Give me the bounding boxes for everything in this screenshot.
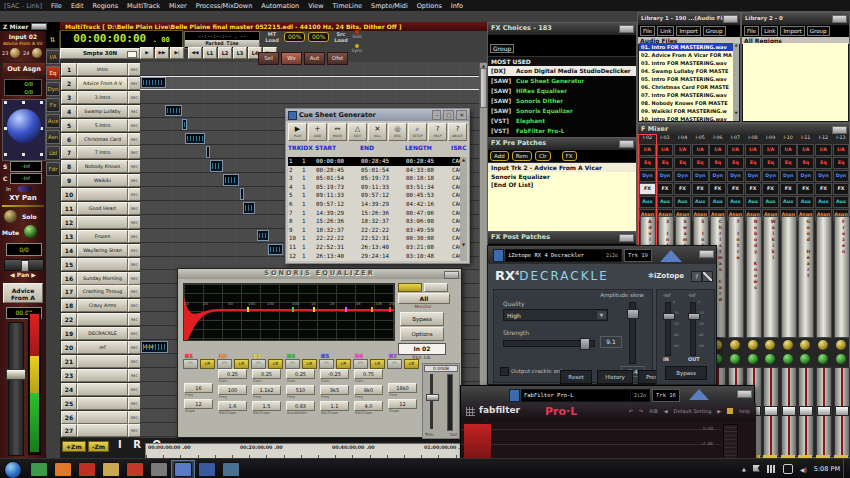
track-number[interactable]: 14 bbox=[61, 244, 77, 257]
rx-button-history[interactable]: History bbox=[597, 370, 633, 384]
audio-clip[interactable] bbox=[257, 230, 269, 242]
rail-button-fdr[interactable]: Fdr bbox=[46, 162, 60, 176]
menu-item-timeline[interactable]: TimeLine bbox=[333, 2, 362, 10]
audio-clip[interactable]: Vicar bbox=[141, 341, 168, 353]
eq-third-field[interactable]: 1.6 bbox=[218, 401, 247, 411]
cue-tool-play[interactable]: ▶PLAY bbox=[288, 123, 307, 141]
channel-button-i/a[interactable]: I/A bbox=[797, 144, 814, 156]
tray-expand-icon[interactable]: ▲ bbox=[742, 466, 746, 472]
track-number[interactable]: 17 bbox=[61, 285, 77, 298]
show-desktop-button[interactable] bbox=[843, 459, 850, 478]
menu-item--sac-link-[interactable]: [SAC - Link] bbox=[4, 2, 42, 10]
c-value-field[interactable]: -Inf bbox=[10, 173, 42, 184]
track-number[interactable]: 25 bbox=[61, 397, 77, 410]
eq-alt-button[interactable] bbox=[424, 283, 448, 292]
out-asgn-button[interactable]: Out Asgn bbox=[2, 62, 46, 76]
track-name-button[interactable] bbox=[77, 397, 128, 410]
library2-minimize[interactable] bbox=[832, 15, 847, 23]
channel-button-fx[interactable]: FX bbox=[833, 183, 850, 195]
equalizer-minimize[interactable] bbox=[444, 271, 459, 279]
channel-button-i/a[interactable]: I/A bbox=[762, 144, 779, 156]
track-number[interactable]: 7 bbox=[61, 146, 77, 159]
track-number[interactable]: 18 bbox=[61, 299, 77, 312]
fx-pre-button-rem[interactable]: Rem bbox=[512, 151, 532, 161]
cue-tool-kill[interactable]: ✕KILL bbox=[368, 123, 387, 141]
taskbar-icon-firefox[interactable] bbox=[54, 462, 72, 477]
track-number[interactable]: 2 bbox=[61, 77, 77, 90]
taskbar-icon-viewer[interactable] bbox=[222, 462, 240, 477]
eq-trim-handle[interactable] bbox=[426, 394, 439, 401]
track-name-button[interactable]: Swamp Lullaby bbox=[77, 105, 128, 118]
taskbar-icon-active-app[interactable] bbox=[174, 462, 192, 477]
menu-item-options[interactable]: Options bbox=[417, 2, 442, 10]
channel-button-eq[interactable]: Eq bbox=[727, 157, 744, 169]
start-button[interactable] bbox=[4, 461, 22, 478]
channel-button-fx[interactable]: FX bbox=[745, 183, 762, 195]
fx-choice-item[interactable]: [VST]FabFilter Pro-L bbox=[488, 126, 636, 136]
undo-icon[interactable]: ↶ bbox=[629, 408, 633, 414]
channel-knob-green[interactable] bbox=[836, 354, 846, 364]
track-number[interactable]: 5 bbox=[61, 119, 77, 132]
library-item[interactable]: 08. Nobody Knows FOR MASTE bbox=[639, 99, 733, 107]
channel-button-eq[interactable]: Eq bbox=[692, 157, 709, 169]
audio-clip[interactable] bbox=[210, 160, 223, 172]
track-name-button[interactable]: Crazy Arms bbox=[77, 299, 128, 312]
audio-clip[interactable] bbox=[182, 119, 187, 131]
library-item[interactable]: 06. Christmas Card FOR MASTE bbox=[639, 83, 733, 91]
channel-button-i/a[interactable]: I/A bbox=[709, 144, 726, 156]
eq-lr-button[interactable]: L⁄R bbox=[336, 359, 351, 369]
channel-fader[interactable] bbox=[763, 367, 779, 457]
channel-knob-green[interactable] bbox=[818, 354, 828, 364]
rx-plugin-name-field[interactable]: iZotope RX 4 Decrackler bbox=[505, 249, 603, 262]
eq-freq-field[interactable]: 18k0 bbox=[388, 383, 417, 393]
ab-button[interactable]: A/B bbox=[649, 408, 658, 414]
channel-fader-handle[interactable] bbox=[799, 406, 813, 416]
channel-button-aux[interactable]: Aux bbox=[780, 196, 797, 208]
transport-button-3[interactable]: ◀◀ bbox=[188, 47, 202, 59]
track-name-button[interactable]: DECRACKLE bbox=[77, 327, 128, 340]
library2-button-link[interactable]: Link bbox=[761, 26, 778, 36]
library2-button-import[interactable]: Import bbox=[780, 26, 804, 36]
cue-row[interactable]: 3105:01:5405:19:7300:18:18CA6EV15002 bbox=[288, 174, 460, 183]
eq-gain-field[interactable]: -0.25 bbox=[320, 369, 349, 379]
equalizer-titlebar[interactable]: SONORIS EQUALIZER bbox=[178, 269, 461, 279]
tray-network-icon[interactable] bbox=[767, 465, 776, 473]
channel-button-aux[interactable]: Aux bbox=[815, 196, 832, 208]
eq-curve-icon[interactable]: ◠ bbox=[353, 359, 368, 369]
channel-knob-yellow[interactable] bbox=[836, 340, 846, 350]
channel-button-i/a[interactable]: I/A bbox=[692, 144, 709, 156]
track-name-button[interactable] bbox=[77, 383, 128, 396]
tray-volume-icon[interactable]: ◀) bbox=[800, 466, 807, 473]
channel-button-aux[interactable]: Aux bbox=[762, 196, 779, 208]
fx-pre-button-fx[interactable]: FX bbox=[562, 151, 577, 161]
eq-third-field[interactable]: 12 bbox=[184, 399, 213, 409]
taskbar-icon-blue-app[interactable] bbox=[198, 462, 216, 477]
ff-display[interactable]: 0 dB -2 dB bbox=[461, 421, 756, 459]
channel-button-dyn[interactable]: Dyn bbox=[745, 170, 762, 182]
track-number[interactable]: 10 bbox=[61, 188, 77, 201]
track-number[interactable]: 24 bbox=[61, 383, 77, 396]
preset-prev-icon[interactable]: ◀ bbox=[664, 408, 668, 414]
track-number[interactable]: 13 bbox=[61, 230, 77, 243]
library-item[interactable]: 02. Advice From A Vicar FOR MA bbox=[639, 51, 733, 59]
xy-ball[interactable] bbox=[7, 109, 41, 143]
channel-button-fx[interactable]: FX bbox=[727, 183, 744, 195]
audio-clip[interactable] bbox=[223, 174, 239, 186]
rx-minimize[interactable] bbox=[699, 250, 714, 258]
library1-button-import[interactable]: Import bbox=[676, 26, 700, 36]
channel-button-aux[interactable]: Aux bbox=[797, 196, 814, 208]
track-number[interactable]: 22 bbox=[61, 313, 77, 326]
channel-button-i/a[interactable]: I/A bbox=[639, 144, 656, 156]
eq-gain-field[interactable]: 0.25 bbox=[286, 369, 315, 379]
library-item[interactable]: 07. Intro FOR MASTERING.wav bbox=[639, 91, 733, 99]
volume-fader[interactable] bbox=[8, 322, 24, 456]
menu-item-mixer[interactable]: Mixer bbox=[169, 2, 187, 10]
library1-scrollbar[interactable]: ▲▼ bbox=[733, 43, 739, 121]
cue-minimize-button[interactable]: – bbox=[432, 110, 441, 120]
menu-item-automation[interactable]: Automation bbox=[261, 2, 299, 10]
fx-pre-item[interactable]: Sonoris Equalizer bbox=[491, 173, 633, 181]
cue-row[interactable]: 11122:52:3126:13:4003:21:08CA6EV15002 bbox=[288, 243, 460, 252]
rail-button-eq[interactable]: Eq bbox=[46, 66, 60, 80]
eq-lr-button[interactable]: L⁄R bbox=[234, 359, 249, 369]
eq-freq-field[interactable]: 16 bbox=[184, 383, 213, 393]
